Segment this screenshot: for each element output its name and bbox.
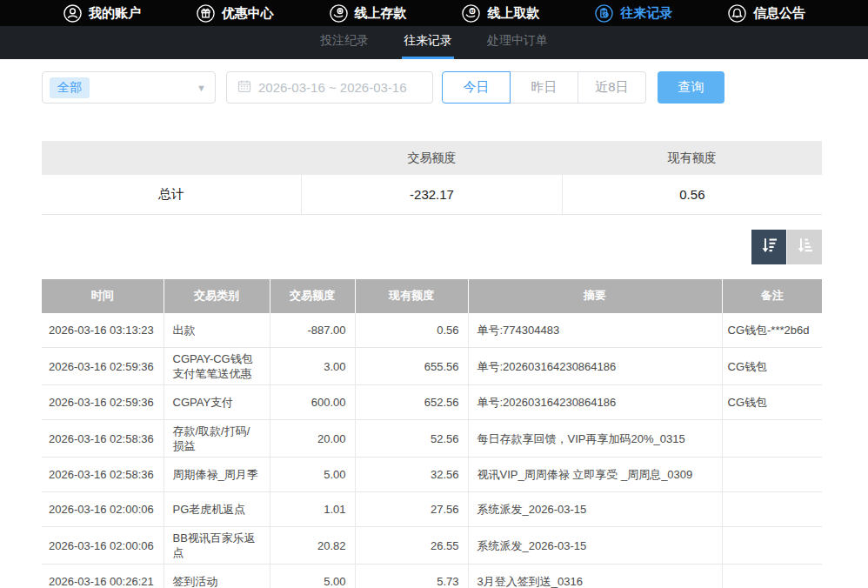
cell-transaction-type: 签到活动 <box>164 565 270 588</box>
table-row: 2026-03-16 02:59:36CGPAY支付600.00652.56单号… <box>42 385 822 420</box>
cell-transaction-amount: -887.00 <box>270 313 355 348</box>
svg-text:$: $ <box>471 9 474 13</box>
cell-summary: 单号:202603164230864186 <box>468 385 722 420</box>
col-header-transaction-amount: 交易额度 <box>270 279 355 313</box>
type-filter-dropdown[interactable]: 全部 ▼ <box>42 71 216 104</box>
sort-ascending-button[interactable] <box>787 230 822 264</box>
cell-transaction-type: 周期俸禄_周月季 <box>164 458 270 492</box>
quick-range-group: 今日 昨日 近8日 <box>442 71 646 104</box>
cell-transaction-amount: 20.00 <box>270 420 355 458</box>
withdraw-hand-coin-icon: $ <box>461 3 481 23</box>
summary-header-empty <box>42 141 302 175</box>
col-header-remark: 备注 <box>722 279 822 313</box>
summary-transaction-total: -232.17 <box>302 175 563 214</box>
cell-remark <box>722 458 822 492</box>
transactions-tbody: 2026-03-16 03:13:23出款-887.000.56单号:77430… <box>42 313 822 588</box>
col-header-time: 时间 <box>42 279 164 313</box>
cell-transaction-type: CGPAY支付 <box>164 385 270 420</box>
sub-navigation: 投注纪录 往来记录 处理中订单 <box>0 26 868 59</box>
summary-balance-total: 0.56 <box>562 175 822 214</box>
cell-remark <box>722 527 822 565</box>
date-range-value: 2026-03-16 ~ 2026-03-16 <box>258 80 407 95</box>
cell-time: 2026-03-16 02:00:06 <box>42 527 164 565</box>
nav-item-my-account[interactable]: 我的账户 <box>63 3 141 23</box>
nav-label: 线上存款 <box>355 5 407 22</box>
cell-transaction-amount: 20.82 <box>270 527 355 565</box>
sort-toolbar <box>42 230 822 264</box>
date-range-picker[interactable]: 2026-03-16 ~ 2026-03-16 <box>226 71 433 104</box>
chevron-down-icon: ▼ <box>197 83 206 93</box>
nav-item-online-deposit[interactable]: 线上存款 <box>329 3 407 23</box>
cell-transaction-amount: 5.00 <box>270 458 355 492</box>
cell-current-balance: 655.56 <box>355 348 468 385</box>
cell-time: 2026-03-16 00:26:21 <box>42 565 164 588</box>
table-row: 2026-03-16 02:00:06PG老虎机返点1.0127.56系统派发_… <box>42 492 822 527</box>
summary-header-transaction-amount: 交易额度 <box>302 141 563 175</box>
today-button[interactable]: 今日 <box>442 71 511 104</box>
yesterday-button[interactable]: 昨日 <box>510 71 578 104</box>
cell-summary: 单号:774304483 <box>468 313 722 348</box>
cell-remark <box>722 492 822 527</box>
cell-transaction-type: BB视讯百家乐返点 <box>164 527 270 565</box>
sort-descending-button[interactable] <box>751 230 786 264</box>
cell-time: 2026-03-16 02:59:36 <box>42 348 164 385</box>
type-filter-selected-chip: 全部 <box>50 77 90 98</box>
nav-label: 往来记录 <box>620 5 672 22</box>
sort-ascending-icon <box>793 234 816 259</box>
tab-transaction-records[interactable]: 往来记录 <box>402 33 454 59</box>
cell-remark: CG钱包-***2b6d <box>722 313 822 348</box>
top-navigation: 我的账户 优惠中心 线上存款 $ 线上取款 往来记录 信息公告 <box>0 0 868 26</box>
cell-remark: CG钱包 <box>722 385 822 420</box>
cell-current-balance: 52.56 <box>355 420 468 458</box>
tab-betting-records[interactable]: 投注纪录 <box>318 33 371 59</box>
nav-item-transaction-records[interactable]: 往来记录 <box>594 3 672 23</box>
cell-current-balance: 27.56 <box>355 492 468 527</box>
col-header-summary: 摘要 <box>468 279 722 313</box>
nav-item-online-withdrawal[interactable]: $ 线上取款 <box>461 3 539 23</box>
cell-current-balance: 32.56 <box>355 458 468 492</box>
cell-current-balance: 652.56 <box>355 385 468 420</box>
cell-summary: 每日存款享回馈，VIP再享加码20%_0315 <box>468 420 722 458</box>
filter-bar: 全部 ▼ 2026-03-16 ~ 2026-03-16 今日 昨日 近8日 查… <box>42 71 822 104</box>
query-button[interactable]: 查询 <box>658 71 724 104</box>
cell-time: 2026-03-16 02:00:06 <box>42 492 164 527</box>
table-row: 2026-03-16 00:26:21签到活动5.005.733月登入签到送_0… <box>42 565 822 588</box>
sort-descending-icon <box>758 234 780 259</box>
cell-summary: 3月登入签到送_0316 <box>468 565 722 588</box>
col-header-transaction-type: 交易类别 <box>164 279 270 313</box>
cell-time: 2026-03-16 03:13:23 <box>42 313 164 348</box>
records-clipboard-clock-icon <box>594 3 614 23</box>
cell-remark: CG钱包 <box>722 348 822 385</box>
cell-current-balance: 5.73 <box>355 565 468 588</box>
cell-remark <box>722 420 822 458</box>
cell-transaction-amount: 600.00 <box>270 385 355 420</box>
cell-summary: 单号:202603164230864186 <box>468 348 722 385</box>
cell-time: 2026-03-16 02:58:36 <box>42 420 164 458</box>
table-row: 2026-03-16 02:00:06BB视讯百家乐返点20.8226.55系统… <box>42 527 822 565</box>
bell-icon <box>727 3 747 23</box>
cell-transaction-type: 出款 <box>164 313 270 348</box>
nav-label: 我的账户 <box>89 5 141 22</box>
deposit-hand-coin-icon <box>329 3 349 23</box>
nav-item-promo-center[interactable]: 优惠中心 <box>196 3 274 23</box>
nav-label: 优惠中心 <box>222 5 274 22</box>
table-row: 2026-03-16 02:58:36存款/取款/打码/损益20.0052.56… <box>42 420 822 458</box>
table-row: 2026-03-16 02:58:36周期俸禄_周月季5.0032.56视讯VI… <box>42 458 822 492</box>
cell-transaction-type: 存款/取款/打码/损益 <box>164 420 270 458</box>
last-8-days-button[interactable]: 近8日 <box>578 71 646 104</box>
cell-summary: 视讯VIP_周周俸禄 立即享受 _周周息_0309 <box>468 458 722 492</box>
nav-label: 信息公告 <box>753 5 805 22</box>
summary-total-row: 总计 -232.17 0.56 <box>42 175 822 214</box>
cell-time: 2026-03-16 02:58:36 <box>42 458 164 492</box>
summary-table: 交易额度 现有额度 总计 -232.17 0.56 <box>42 141 822 215</box>
gift-icon <box>196 3 216 23</box>
cell-remark <box>722 565 822 588</box>
cell-current-balance: 0.56 <box>355 313 468 348</box>
cell-transaction-amount: 1.01 <box>270 492 355 527</box>
cell-time: 2026-03-16 02:59:36 <box>42 385 164 420</box>
nav-item-announcements[interactable]: 信息公告 <box>727 3 805 23</box>
col-header-current-balance: 现有额度 <box>355 279 468 313</box>
nav-label: 线上取款 <box>487 5 539 22</box>
cell-summary: 系统派发_2026-03-15 <box>468 527 722 565</box>
tab-processing-orders[interactable]: 处理中订单 <box>485 33 550 59</box>
